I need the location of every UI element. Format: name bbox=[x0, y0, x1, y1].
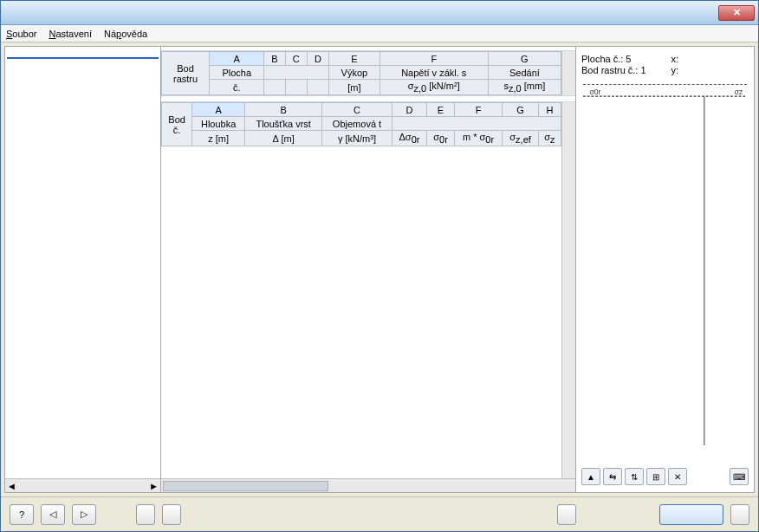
ok-button[interactable] bbox=[659, 504, 723, 525]
grid1-vscroll[interactable] bbox=[561, 51, 575, 95]
help-button[interactable]: ? bbox=[10, 504, 34, 525]
menu-settings[interactable]: Nastavení bbox=[49, 29, 92, 39]
menu-help[interactable]: Nápověda bbox=[104, 29, 147, 39]
chart-tool-3[interactable]: ⇅ bbox=[625, 468, 644, 485]
grid2-vscroll[interactable] bbox=[561, 102, 575, 478]
nav-prev-button[interactable]: ◁ bbox=[41, 504, 65, 525]
graphics-button[interactable] bbox=[557, 504, 576, 525]
chart-tool-4[interactable]: ⊞ bbox=[646, 468, 665, 485]
titlebar: ✕ bbox=[1, 1, 758, 25]
right-panel: Plocha č.: 5 x: Bod rastru č.: 1 y: σ0r … bbox=[576, 47, 754, 492]
grid-stress-settlement[interactable]: Bodrastru ABCDEFG Plocha Výkop Napětí v … bbox=[161, 51, 561, 95]
menu-file[interactable]: Soubor bbox=[6, 29, 36, 39]
h-plocha: Plocha bbox=[210, 66, 264, 80]
calculate-button[interactable] bbox=[136, 504, 155, 525]
section2-title bbox=[161, 95, 575, 102]
footer: ? ◁ ▷ bbox=[1, 496, 758, 531]
chart-tool-1[interactable]: ▲ bbox=[581, 468, 600, 485]
navigation-tree: ◄► bbox=[5, 47, 161, 492]
close-button[interactable]: ✕ bbox=[718, 5, 755, 21]
h-coord bbox=[264, 66, 329, 80]
h-napeti: Napětí v zákl. s bbox=[380, 66, 488, 80]
tree-coef[interactable] bbox=[7, 59, 159, 61]
h-vykop: Výkop bbox=[328, 66, 380, 80]
grid-stress-profile[interactable]: Bodč. ABCDEFGH HloubkaTloušťka vrstObjem… bbox=[161, 102, 561, 146]
chart-tool-5[interactable]: ✕ bbox=[668, 468, 687, 485]
tree-scrollbar[interactable]: ◄► bbox=[5, 478, 160, 492]
h2-bod: Bodč. bbox=[162, 103, 192, 146]
svg-text:σ0r: σ0r bbox=[590, 87, 601, 96]
menubar: Soubor Nastavení Nápověda bbox=[1, 25, 758, 42]
chart-tool-2[interactable]: ⇆ bbox=[603, 468, 622, 485]
h-sedani: Sedání bbox=[488, 66, 561, 80]
nav-next-button[interactable]: ▷ bbox=[72, 504, 96, 525]
chart-tool-keyboard[interactable]: ⌨ bbox=[730, 468, 749, 485]
h-bod: Bodrastru bbox=[162, 52, 210, 95]
stress-chart: σ0r σz bbox=[583, 84, 747, 445]
cancel-button[interactable] bbox=[730, 504, 749, 525]
details-button[interactable] bbox=[162, 504, 181, 525]
svg-text:σz: σz bbox=[735, 87, 743, 96]
center-hscroll[interactable] bbox=[161, 478, 575, 492]
